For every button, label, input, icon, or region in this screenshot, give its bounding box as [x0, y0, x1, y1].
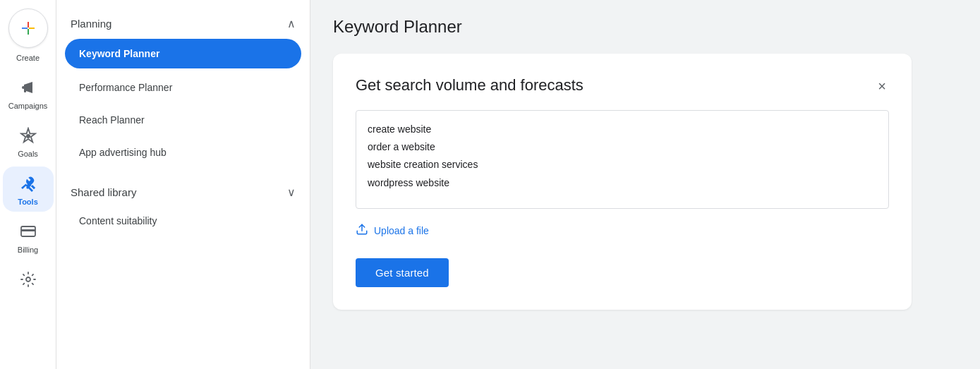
- svg-rect-5: [24, 89, 26, 92]
- card-header: Get search volume and forecasts ×: [356, 76, 889, 96]
- create-label: Create: [16, 54, 40, 62]
- shared-library-section-header[interactable]: Shared library ∨: [56, 180, 310, 205]
- card-title: Get search volume and forecasts: [356, 76, 583, 95]
- campaigns-label: Campaigns: [8, 102, 48, 110]
- reach-planner-item[interactable]: Reach Planner: [56, 104, 310, 136]
- shared-library-title: Shared library: [71, 186, 136, 198]
- main-content: Keyword Planner Get search volume and fo…: [310, 0, 980, 369]
- app-advertising-hub-item[interactable]: App advertising hub: [56, 136, 310, 169]
- plus-icon: [20, 20, 37, 37]
- upload-file-link[interactable]: Upload a file: [356, 223, 889, 238]
- planning-title: Planning: [71, 18, 111, 30]
- planning-chevron: ∧: [287, 17, 296, 30]
- performance-planner-label: Performance Planner: [79, 82, 172, 93]
- nav-billing[interactable]: Billing: [3, 214, 54, 260]
- nav-goals[interactable]: Goals: [3, 119, 54, 164]
- svg-point-6: [26, 134, 30, 138]
- upload-label: Upload a file: [374, 225, 429, 236]
- sidebar: Planning ∧ Keyword Planner Performance P…: [56, 0, 310, 369]
- campaigns-icon: [17, 76, 40, 99]
- close-button[interactable]: ×: [875, 76, 889, 96]
- planning-section-header[interactable]: Planning ∧: [56, 11, 310, 36]
- upload-icon: [356, 223, 368, 238]
- page-title: Keyword Planner: [333, 17, 957, 37]
- svg-rect-8: [21, 229, 35, 231]
- keyword-planner-item[interactable]: Keyword Planner: [65, 39, 301, 68]
- card: Get search volume and forecasts × create…: [333, 54, 912, 310]
- content-suitability-label: Content suitability: [79, 215, 157, 226]
- svg-rect-2: [22, 28, 28, 29]
- performance-planner-item[interactable]: Performance Planner: [56, 71, 310, 104]
- billing-icon: [17, 220, 40, 243]
- keywords-textarea[interactable]: create website order a website website c…: [356, 110, 889, 209]
- nav-settings[interactable]: [3, 262, 54, 299]
- keyword-planner-label: Keyword Planner: [79, 48, 159, 59]
- nav-tools[interactable]: Tools: [3, 167, 54, 212]
- goals-icon: [17, 124, 40, 147]
- reach-planner-label: Reach Planner: [79, 114, 145, 126]
- settings-icon: [17, 268, 40, 291]
- content-suitability-item[interactable]: Content suitability: [56, 205, 310, 237]
- svg-rect-0: [28, 22, 29, 28]
- svg-point-9: [26, 277, 30, 282]
- shared-library-chevron: ∨: [287, 186, 296, 199]
- get-started-button[interactable]: Get started: [356, 258, 449, 287]
- nav-campaigns[interactable]: Campaigns: [3, 71, 54, 116]
- app-advertising-hub-label: App advertising hub: [79, 147, 167, 158]
- icon-nav: Create Campaigns Goals Tools: [0, 0, 56, 369]
- goals-label: Goals: [18, 150, 38, 158]
- svg-point-4: [22, 86, 25, 89]
- create-button[interactable]: [8, 8, 48, 48]
- tools-icon: [17, 172, 40, 195]
- svg-rect-3: [29, 28, 35, 29]
- tools-label: Tools: [18, 198, 38, 206]
- billing-label: Billing: [18, 246, 38, 254]
- svg-rect-1: [28, 29, 29, 35]
